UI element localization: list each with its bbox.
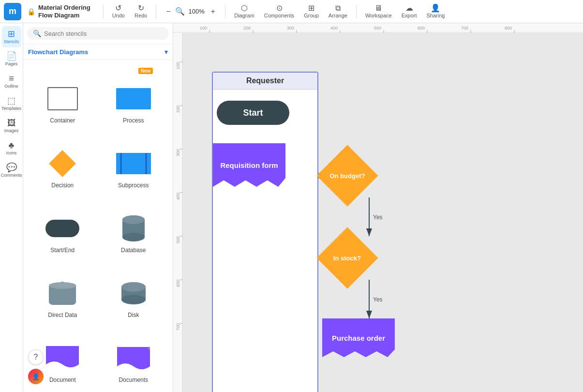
icon-sidebar: ⊞ Stencils 📄 Pages ≡ Outline ⬚ Templates… — [0, 23, 23, 392]
redo-button[interactable]: ↻ Redo — [131, 3, 151, 19]
images-icon: 🖼 — [7, 119, 16, 127]
canvas-scroll[interactable]: Yes Yes Requester Start — [183, 33, 583, 392]
container-shape-preview — [47, 84, 78, 113]
components-icon: ⊙ — [276, 4, 283, 12]
startend-label: Start/End — [50, 247, 75, 254]
svg-point-10 — [122, 215, 145, 224]
export-button[interactable]: ☁ Export — [398, 3, 421, 19]
workspace-icon: 🖥 — [374, 4, 382, 12]
category-label: Flowchart Diagrams — [28, 48, 88, 56]
svg-text:700: 700 — [176, 323, 180, 331]
node-start[interactable]: Start — [217, 101, 289, 125]
zoom-minus-button[interactable]: − — [163, 6, 174, 17]
sidebar-item-images[interactable]: 🖼 Images — [2, 115, 21, 136]
zoom-search-button[interactable]: 🔍 — [175, 6, 185, 17]
svg-point-14 — [49, 282, 76, 289]
stencil-disk[interactable]: Disk — [98, 258, 169, 323]
comments-icon: 💬 — [6, 163, 17, 172]
svg-text:400: 400 — [176, 193, 180, 200]
stencil-directdata[interactable]: Direct Data — [27, 258, 98, 323]
svg-rect-1 — [116, 88, 151, 109]
workspace-button[interactable]: 🖥 Workspace — [361, 3, 396, 19]
canvas-inner: Yes Yes Requester Start — [183, 33, 583, 392]
stencil-process[interactable]: New Process — [98, 64, 169, 129]
zoom-value[interactable]: 100% — [186, 8, 207, 15]
svg-text:Yes: Yes — [373, 214, 383, 221]
node-in-stock[interactable]: In stock? — [316, 227, 378, 288]
process-shape-preview — [116, 84, 151, 113]
decision-shape-preview — [48, 149, 77, 178]
swimlane-header: Requester — [213, 73, 317, 90]
arrange-button[interactable]: ⧉ Arrange — [325, 3, 351, 19]
svg-marker-2 — [49, 150, 76, 177]
startend-shape-preview — [45, 214, 79, 243]
svg-rect-6 — [45, 220, 79, 237]
sidebar-item-templates[interactable]: ⬚ Templates — [2, 93, 21, 114]
stencil-container[interactable]: Container — [27, 64, 98, 129]
svg-text:500: 500 — [374, 26, 381, 30]
stencil-subprocess[interactable]: Subprocess — [98, 129, 169, 194]
sidebar-item-comments[interactable]: 💬 Comments — [2, 160, 21, 181]
svg-text:300: 300 — [287, 26, 294, 30]
undo-icon: ↺ — [115, 4, 121, 12]
node-purchase-order[interactable]: Purchase order — [322, 318, 395, 357]
divider-4 — [356, 5, 357, 18]
search-input[interactable] — [44, 30, 163, 37]
sidebar-item-stencils[interactable]: ⊞ Stencils — [2, 26, 21, 47]
undo-button[interactable]: ↺ Undo — [108, 3, 129, 19]
new-badge: New — [138, 68, 153, 74]
svg-rect-37 — [173, 33, 183, 392]
sidebar-item-icons[interactable]: ♣ Icons — [2, 137, 21, 159]
stencil-category[interactable]: Flowchart Diagrams ▾ — [23, 44, 173, 60]
chevron-down-icon[interactable]: ▾ — [164, 48, 168, 56]
diagram-icon: ⬡ — [241, 4, 248, 12]
divider-1 — [103, 5, 104, 18]
group-icon: ⊞ — [308, 4, 314, 12]
container-label: Container — [50, 117, 75, 124]
svg-text:Yes: Yes — [373, 296, 383, 303]
sidebar-item-pages[interactable]: 📄 Pages — [2, 48, 21, 70]
doc-title-wrap: Material Ordering Flow Diagram — [38, 4, 90, 19]
stencil-documents[interactable]: Documents — [98, 323, 169, 388]
svg-text:800: 800 — [505, 26, 512, 30]
node-requisition[interactable]: Requisition form — [213, 143, 285, 187]
decision-label: Decision — [51, 182, 74, 189]
stencil-database[interactable]: Database — [98, 194, 169, 258]
svg-point-18 — [121, 282, 146, 292]
directdata-shape-preview — [46, 279, 78, 308]
outline-icon: ≡ — [9, 74, 14, 83]
disk-shape-preview — [120, 279, 147, 308]
sidebar-item-outline[interactable]: ≡ Outline — [2, 71, 21, 92]
svg-text:600: 600 — [418, 26, 425, 30]
group-button[interactable]: ⊞ Group — [300, 3, 323, 19]
svg-rect-0 — [48, 88, 77, 110]
stencil-decision[interactable]: Decision — [27, 129, 98, 194]
svg-text:200: 200 — [243, 26, 251, 30]
search-wrap: 🔍 — [27, 27, 169, 40]
canvas-wrap: 100 200 300 400 500 600 700 — [173, 33, 583, 392]
canvas-area: 100 200 300 400 500 600 700 800 — [173, 23, 583, 392]
ruler-vertical: 100 200 300 400 500 600 700 — [173, 33, 183, 392]
sharing-icon: 👤 — [431, 4, 440, 12]
lock-icon[interactable]: 🔒 — [27, 8, 35, 15]
stencil-startend[interactable]: Start/End — [27, 194, 98, 258]
components-button[interactable]: ⊙ Components — [260, 3, 298, 19]
svg-text:700: 700 — [461, 26, 468, 30]
zoom-plus-button[interactable]: + — [208, 6, 218, 17]
subprocess-label: Subprocess — [118, 182, 149, 189]
svg-text:300: 300 — [176, 149, 180, 156]
sharing-button[interactable]: 👤 Sharing — [423, 3, 449, 19]
stencil-grid: Container New Process Deci — [23, 60, 173, 392]
diagram-button[interactable]: ⬡ Diagram — [230, 3, 258, 19]
zoom-controls: − 🔍 100% + — [163, 6, 218, 17]
svg-point-9 — [122, 233, 145, 241]
stencils-icon: ⊞ — [8, 30, 15, 38]
doc-title-line1: Material Ordering — [38, 4, 90, 12]
search-icon: 🔍 — [33, 30, 41, 37]
app-logo[interactable]: m — [4, 3, 21, 20]
document-shape-preview — [46, 344, 79, 373]
node-on-budget[interactable]: On budget? — [316, 145, 378, 206]
svg-text:500: 500 — [176, 236, 180, 243]
main-area: ⊞ Stencils 📄 Pages ≡ Outline ⬚ Templates… — [0, 23, 583, 392]
subprocess-shape-preview — [116, 149, 151, 178]
